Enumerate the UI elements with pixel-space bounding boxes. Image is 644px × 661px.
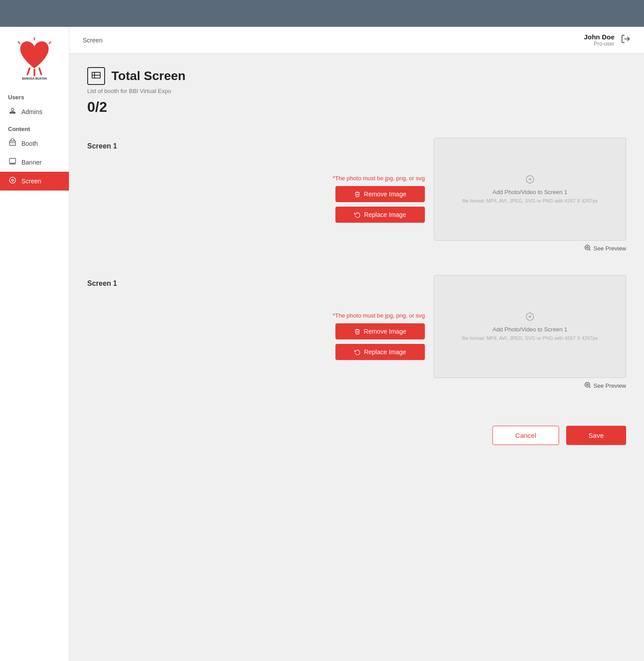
main-content: Screen John Doe Pro-user Total Screen L: [69, 27, 644, 661]
header-user: John Doe Pro-user: [584, 33, 631, 47]
user-role: Pro-user: [584, 41, 614, 47]
see-preview-row-2: See Preview: [434, 381, 626, 390]
upload-text-2: Add Photo/Video to Screen 1: [492, 326, 567, 333]
sidebar-section-content: Content: [0, 121, 69, 134]
preview-icon-2: [584, 381, 591, 390]
svg-line-2: [49, 42, 51, 44]
replace-image-button-2[interactable]: Replace Image: [335, 344, 425, 360]
screen-card-1: Screen 1 *The photo must be jpg, png, or…: [87, 129, 626, 262]
upload-hint-2: file format: MP4, AVI, JPEG, SVG or PNG …: [462, 335, 597, 341]
photo-warning-2: *The photo must be jpg, png, or svg: [333, 312, 425, 319]
svg-point-13: [12, 179, 14, 182]
preview-icon-1: [584, 244, 591, 253]
action-bar: Cancel Save: [69, 417, 644, 463]
upload-area-2[interactable]: Add Photo/Video to Screen 1 file format:…: [434, 275, 626, 378]
screen-left-1: Screen 1 *The photo must be jpg, png, or…: [87, 138, 434, 227]
screen-right-2: Add Photo/Video to Screen 1 file format:…: [434, 275, 626, 390]
booth-icon: [8, 139, 17, 148]
svg-point-27: [586, 384, 588, 386]
photo-warning-1: *The photo must be jpg, png, or svg: [333, 175, 425, 182]
svg-point-26: [585, 382, 590, 387]
page-title: Total Screen: [111, 69, 186, 83]
svg-rect-6: [10, 113, 15, 114]
cancel-button[interactable]: Cancel: [492, 426, 559, 445]
user-name: John Doe: [584, 33, 614, 41]
logout-button[interactable]: [621, 34, 631, 46]
main-header: Screen John Doe Pro-user: [69, 27, 644, 54]
upload-hint-1: file format: MP4, AVI, JPEG, SVG or PNG …: [462, 198, 597, 203]
see-preview-link-2[interactable]: See Preview: [593, 382, 626, 389]
page-subtitle: List of booth for BBI Virtual Expo: [87, 88, 626, 94]
screen-name-1: Screen 1: [87, 142, 117, 150]
sidebar-section-users: Users: [0, 89, 69, 102]
svg-line-1: [18, 42, 20, 44]
screen-left-2: Screen 1 *The photo must be jpg, png, or…: [87, 275, 434, 364]
upload-text-1: Add Photo/Video to Screen 1: [492, 189, 567, 195]
screen-right-1: Add Photo/Video to Screen 1 file format:…: [434, 138, 626, 253]
upload-area-1[interactable]: Add Photo/Video to Screen 1 file format:…: [434, 138, 626, 241]
sidebar-item-booth[interactable]: Booth: [0, 134, 69, 153]
svg-text:INDONESIA: INDONESIA: [26, 80, 42, 81]
svg-point-5: [11, 108, 14, 111]
screen-icon: [8, 176, 17, 186]
logo-image: BANGGA BUATAN INDONESIA: [12, 36, 57, 81]
page-count: 0/2: [87, 99, 626, 115]
replace-image-button-1[interactable]: Replace Image: [335, 207, 425, 223]
booth-label: Booth: [21, 140, 38, 147]
banner-icon: [8, 157, 17, 167]
screen-label: Screen: [21, 178, 41, 185]
page-title-icon: [87, 67, 105, 85]
upload-icon-1: [525, 175, 534, 186]
admins-icon: [8, 107, 17, 117]
sidebar-item-admins[interactable]: Admins: [0, 102, 69, 121]
admins-label: Admins: [21, 108, 42, 115]
svg-point-22: [586, 246, 588, 248]
screen-name-2: Screen 1: [87, 280, 117, 288]
svg-point-12: [9, 177, 16, 183]
page-body: Total Screen List of booth for BBI Virtu…: [69, 54, 644, 417]
svg-rect-9: [9, 158, 16, 163]
svg-point-21: [585, 245, 590, 250]
screen-card-2: Screen 1 *The photo must be jpg, png, or…: [87, 266, 626, 399]
see-preview-row-1: See Preview: [434, 244, 626, 253]
sidebar: BANGGA BUATAN INDONESIA Users Admins Con…: [0, 27, 69, 661]
remove-image-button-1[interactable]: Remove Image: [335, 186, 425, 202]
logo-area: BANGGA BUATAN INDONESIA: [12, 31, 57, 89]
upload-icon-2: [525, 312, 534, 323]
top-bar: [0, 0, 644, 27]
user-info: John Doe Pro-user: [584, 33, 614, 47]
banner-label: Banner: [21, 159, 42, 166]
see-preview-link-1[interactable]: See Preview: [593, 245, 626, 252]
breadcrumb: Screen: [83, 37, 102, 44]
page-title-row: Total Screen: [87, 67, 626, 85]
svg-text:BANGGA BUATAN: BANGGA BUATAN: [22, 77, 47, 80]
sidebar-item-screen[interactable]: Screen: [0, 172, 69, 191]
svg-rect-7: [9, 141, 16, 145]
sidebar-item-banner[interactable]: Banner: [0, 153, 69, 172]
save-button[interactable]: Save: [566, 426, 626, 445]
remove-image-button-2[interactable]: Remove Image: [335, 323, 425, 339]
